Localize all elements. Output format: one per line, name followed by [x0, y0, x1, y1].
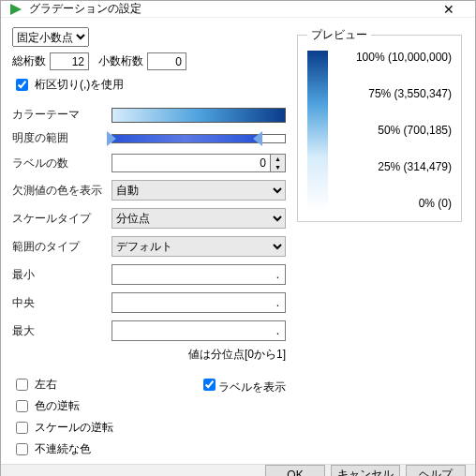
- lr-checkbox[interactable]: [16, 379, 28, 391]
- preview-line: 75% (3,550,347): [337, 87, 452, 100]
- number-format-select[interactable]: 固定小数点: [12, 27, 89, 47]
- decimal-digits-input[interactable]: [147, 52, 186, 70]
- min-input[interactable]: [112, 264, 286, 285]
- label-count-spinner[interactable]: ▲▼: [271, 154, 286, 172]
- window-title: グラデーションの設定: [29, 1, 430, 17]
- missing-color-select[interactable]: 自動: [112, 180, 286, 201]
- total-digits-input[interactable]: [50, 52, 89, 70]
- brightness-label: 明度の範囲: [12, 130, 106, 146]
- scale-type-select[interactable]: 分位点: [112, 208, 286, 229]
- app-icon: [8, 2, 23, 17]
- show-label-checkbox-label[interactable]: ラベルを表示: [200, 376, 286, 458]
- max-label: 最大: [12, 323, 106, 339]
- preview-values: 100% (10,000,000) 75% (3,550,347) 50% (7…: [337, 51, 452, 210]
- show-label-checkbox[interactable]: [203, 379, 216, 391]
- missing-color-label: 欠測値の色を表示: [12, 183, 106, 199]
- preview-line: 25% (314,479): [337, 160, 452, 173]
- reverse-color-checkbox[interactable]: [16, 400, 28, 412]
- range-hint: 値は分位点[0から1]: [112, 347, 286, 363]
- range-type-select[interactable]: デフォルト: [112, 236, 286, 257]
- preview-line: 50% (700,185): [337, 124, 452, 137]
- reverse-scale-checkbox-label[interactable]: スケールの逆転: [12, 419, 113, 437]
- scale-type-label: スケールタイプ: [12, 211, 106, 227]
- discrete-color-checkbox-label[interactable]: 不連続な色: [12, 440, 113, 458]
- cancel-button[interactable]: キャンセル: [331, 465, 400, 476]
- decimal-digits-label: 小数桁数: [98, 53, 143, 69]
- reverse-scale-checkbox[interactable]: [16, 422, 28, 434]
- lr-checkbox-label[interactable]: 左右: [12, 376, 113, 394]
- max-input[interactable]: [112, 320, 286, 341]
- ok-button[interactable]: OK: [265, 465, 325, 476]
- preview-line: 0% (0): [337, 197, 452, 210]
- close-icon[interactable]: ✕: [430, 2, 468, 17]
- thousands-checkbox-label[interactable]: 桁区切り(,)を使用: [12, 76, 124, 94]
- dialog-footer: OK キャンセル ヘルプ: [1, 464, 475, 476]
- preview-panel: プレビュー 100% (10,000,000) 75% (3,550,347) …: [295, 27, 464, 458]
- center-input[interactable]: [112, 292, 286, 313]
- settings-panel: 固定小数点 総桁数 小数桁数 桁区切り(,)を使用 カラーテーマ 明度の範囲: [12, 27, 286, 458]
- brightness-slider[interactable]: [112, 134, 286, 143]
- range-type-label: 範囲のタイプ: [12, 239, 106, 255]
- label-count-label: ラベルの数: [12, 156, 106, 171]
- min-label: 最小: [12, 267, 106, 283]
- color-theme-bar[interactable]: [112, 108, 286, 123]
- label-count-input[interactable]: [112, 154, 271, 172]
- reverse-color-checkbox-label[interactable]: 色の逆転: [12, 397, 113, 415]
- dialog-window: グラデーションの設定 ✕ 固定小数点 総桁数 小数桁数 桁区切り(,)を使用: [0, 0, 476, 476]
- preview-line: 100% (10,000,000): [337, 51, 452, 64]
- preview-legend: プレビュー: [307, 27, 371, 43]
- help-button[interactable]: ヘルプ: [406, 465, 466, 476]
- preview-gradient-bar: [307, 51, 328, 210]
- svg-marker-0: [10, 4, 22, 15]
- titlebar: グラデーションの設定 ✕: [1, 1, 475, 18]
- center-label: 中央: [12, 295, 106, 311]
- total-digits-label: 総桁数: [12, 53, 46, 69]
- thousands-checkbox[interactable]: [16, 79, 28, 91]
- color-theme-label: カラーテーマ: [12, 107, 106, 123]
- discrete-color-checkbox[interactable]: [16, 443, 28, 455]
